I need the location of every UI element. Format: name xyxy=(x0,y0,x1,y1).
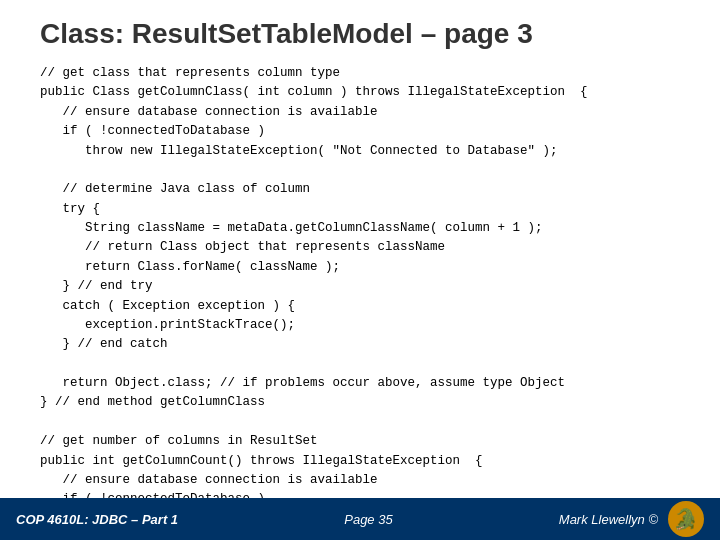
footer-right-group: Mark Llewellyn © 🐊 xyxy=(559,501,704,537)
slide-title: Class: ResultSetTableModel – page 3 xyxy=(40,18,680,50)
slide-content: Class: ResultSetTableModel – page 3 // g… xyxy=(0,0,720,498)
code-block: // get class that represents column type… xyxy=(40,64,680,498)
footer-page: Page 35 xyxy=(344,512,392,527)
footer-bar: COP 4610L: JDBC – Part 1 Page 35 Mark Ll… xyxy=(0,498,720,540)
footer-author: Mark Llewellyn © xyxy=(559,512,658,527)
footer-logo: 🐊 xyxy=(668,501,704,537)
slide: Class: ResultSetTableModel – page 3 // g… xyxy=(0,0,720,540)
footer-course: COP 4610L: JDBC – Part 1 xyxy=(16,512,178,527)
